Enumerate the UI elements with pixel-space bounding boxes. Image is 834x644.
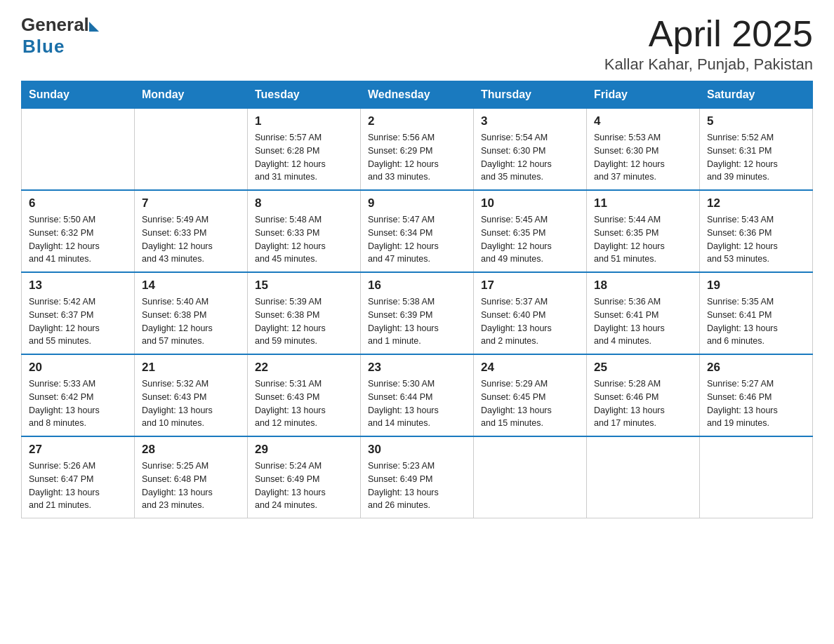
day-info: Sunrise: 5:29 AMSunset: 6:45 PMDaylight:…	[481, 377, 579, 430]
logo-arrow-icon	[89, 22, 99, 32]
title-block: April 2025 Kallar Kahar, Punjab, Pakista…	[604, 14, 813, 74]
calendar-cell-w4-d5: 24Sunrise: 5:29 AMSunset: 6:45 PMDayligh…	[474, 354, 587, 436]
day-number: 3	[481, 114, 579, 128]
day-info: Sunrise: 5:42 AMSunset: 6:37 PMDaylight:…	[29, 295, 127, 348]
calendar-cell-w5-d2: 28Sunrise: 5:25 AMSunset: 6:48 PMDayligh…	[135, 436, 248, 518]
day-number: 14	[142, 279, 240, 293]
day-number: 25	[594, 361, 692, 375]
day-info: Sunrise: 5:24 AMSunset: 6:49 PMDaylight:…	[255, 459, 353, 512]
day-number: 9	[368, 196, 466, 210]
calendar-cell-w1-d6: 4Sunrise: 5:53 AMSunset: 6:30 PMDaylight…	[587, 109, 700, 191]
calendar-cell-w2-d4: 9Sunrise: 5:47 AMSunset: 6:34 PMDaylight…	[361, 190, 474, 272]
header-saturday: Saturday	[700, 81, 813, 109]
day-number: 27	[29, 443, 127, 457]
day-info: Sunrise: 5:44 AMSunset: 6:35 PMDaylight:…	[594, 213, 692, 266]
day-info: Sunrise: 5:28 AMSunset: 6:46 PMDaylight:…	[594, 377, 692, 430]
calendar-cell-w3-d7: 19Sunrise: 5:35 AMSunset: 6:41 PMDayligh…	[700, 272, 813, 354]
day-number: 15	[255, 279, 353, 293]
calendar-cell-w1-d3: 1Sunrise: 5:57 AMSunset: 6:28 PMDaylight…	[248, 109, 361, 191]
day-info: Sunrise: 5:27 AMSunset: 6:46 PMDaylight:…	[707, 377, 805, 430]
header-thursday: Thursday	[474, 81, 587, 109]
day-info: Sunrise: 5:38 AMSunset: 6:39 PMDaylight:…	[368, 295, 466, 348]
calendar-cell-w2-d3: 8Sunrise: 5:48 AMSunset: 6:33 PMDaylight…	[248, 190, 361, 272]
day-info: Sunrise: 5:48 AMSunset: 6:33 PMDaylight:…	[255, 213, 353, 266]
day-info: Sunrise: 5:35 AMSunset: 6:41 PMDaylight:…	[707, 295, 805, 348]
day-info: Sunrise: 5:32 AMSunset: 6:43 PMDaylight:…	[142, 377, 240, 430]
day-info: Sunrise: 5:52 AMSunset: 6:31 PMDaylight:…	[707, 131, 805, 184]
calendar-cell-w3-d1: 13Sunrise: 5:42 AMSunset: 6:37 PMDayligh…	[22, 272, 135, 354]
day-info: Sunrise: 5:45 AMSunset: 6:35 PMDaylight:…	[481, 213, 579, 266]
page-header: General Blue April 2025 Kallar Kahar, Pu…	[21, 14, 813, 74]
calendar-cell-w5-d7	[700, 436, 813, 518]
calendar-cell-w3-d6: 18Sunrise: 5:36 AMSunset: 6:41 PMDayligh…	[587, 272, 700, 354]
logo-general-text: General	[21, 14, 89, 36]
day-number: 13	[29, 279, 127, 293]
day-number: 11	[594, 196, 692, 210]
day-info: Sunrise: 5:50 AMSunset: 6:32 PMDaylight:…	[29, 213, 127, 266]
day-info: Sunrise: 5:40 AMSunset: 6:38 PMDaylight:…	[142, 295, 240, 348]
header-friday: Friday	[587, 81, 700, 109]
day-number: 29	[255, 443, 353, 457]
day-number: 21	[142, 361, 240, 375]
day-number: 7	[142, 196, 240, 210]
day-info: Sunrise: 5:25 AMSunset: 6:48 PMDaylight:…	[142, 459, 240, 512]
week-row-5: 27Sunrise: 5:26 AMSunset: 6:47 PMDayligh…	[22, 436, 813, 518]
day-info: Sunrise: 5:53 AMSunset: 6:30 PMDaylight:…	[594, 131, 692, 184]
calendar-cell-w5-d5	[474, 436, 587, 518]
day-info: Sunrise: 5:36 AMSunset: 6:41 PMDaylight:…	[594, 295, 692, 348]
calendar-cell-w4-d2: 21Sunrise: 5:32 AMSunset: 6:43 PMDayligh…	[135, 354, 248, 436]
calendar-cell-w2-d5: 10Sunrise: 5:45 AMSunset: 6:35 PMDayligh…	[474, 190, 587, 272]
day-number: 26	[707, 361, 805, 375]
day-number: 2	[368, 114, 466, 128]
calendar-cell-w4-d3: 22Sunrise: 5:31 AMSunset: 6:43 PMDayligh…	[248, 354, 361, 436]
calendar-table: Sunday Monday Tuesday Wednesday Thursday…	[21, 81, 813, 518]
day-number: 23	[368, 361, 466, 375]
day-number: 1	[255, 114, 353, 128]
calendar-cell-w1-d7: 5Sunrise: 5:52 AMSunset: 6:31 PMDaylight…	[700, 109, 813, 191]
day-number: 8	[255, 196, 353, 210]
day-info: Sunrise: 5:23 AMSunset: 6:49 PMDaylight:…	[368, 459, 466, 512]
day-info: Sunrise: 5:47 AMSunset: 6:34 PMDaylight:…	[368, 213, 466, 266]
day-number: 10	[481, 196, 579, 210]
day-number: 12	[707, 196, 805, 210]
calendar-cell-w1-d1	[22, 109, 135, 191]
calendar-cell-w2-d6: 11Sunrise: 5:44 AMSunset: 6:35 PMDayligh…	[587, 190, 700, 272]
day-info: Sunrise: 5:43 AMSunset: 6:36 PMDaylight:…	[707, 213, 805, 266]
day-number: 17	[481, 279, 579, 293]
day-number: 24	[481, 361, 579, 375]
logo-blue-text: Blue	[22, 36, 65, 58]
day-number: 6	[29, 196, 127, 210]
week-row-2: 6Sunrise: 5:50 AMSunset: 6:32 PMDaylight…	[22, 190, 813, 272]
month-year-title: April 2025	[604, 14, 813, 54]
day-number: 30	[368, 443, 466, 457]
calendar-cell-w3-d5: 17Sunrise: 5:37 AMSunset: 6:40 PMDayligh…	[474, 272, 587, 354]
day-info: Sunrise: 5:33 AMSunset: 6:42 PMDaylight:…	[29, 377, 127, 430]
day-number: 19	[707, 279, 805, 293]
calendar-cell-w1-d5: 3Sunrise: 5:54 AMSunset: 6:30 PMDaylight…	[474, 109, 587, 191]
day-number: 22	[255, 361, 353, 375]
calendar-cell-w5-d1: 27Sunrise: 5:26 AMSunset: 6:47 PMDayligh…	[22, 436, 135, 518]
day-info: Sunrise: 5:26 AMSunset: 6:47 PMDaylight:…	[29, 459, 127, 512]
calendar-cell-w2-d2: 7Sunrise: 5:49 AMSunset: 6:33 PMDaylight…	[135, 190, 248, 272]
header-tuesday: Tuesday	[248, 81, 361, 109]
day-number: 5	[707, 114, 805, 128]
calendar-cell-w1-d4: 2Sunrise: 5:56 AMSunset: 6:29 PMDaylight…	[361, 109, 474, 191]
calendar-cell-w4-d6: 25Sunrise: 5:28 AMSunset: 6:46 PMDayligh…	[587, 354, 700, 436]
day-info: Sunrise: 5:57 AMSunset: 6:28 PMDaylight:…	[255, 131, 353, 184]
day-info: Sunrise: 5:39 AMSunset: 6:38 PMDaylight:…	[255, 295, 353, 348]
day-info: Sunrise: 5:56 AMSunset: 6:29 PMDaylight:…	[368, 131, 466, 184]
calendar-cell-w3-d3: 15Sunrise: 5:39 AMSunset: 6:38 PMDayligh…	[248, 272, 361, 354]
day-number: 28	[142, 443, 240, 457]
weekday-header-row: Sunday Monday Tuesday Wednesday Thursday…	[22, 81, 813, 109]
calendar-cell-w5-d3: 29Sunrise: 5:24 AMSunset: 6:49 PMDayligh…	[248, 436, 361, 518]
day-number: 4	[594, 114, 692, 128]
week-row-1: 1Sunrise: 5:57 AMSunset: 6:28 PMDaylight…	[22, 109, 813, 191]
day-info: Sunrise: 5:37 AMSunset: 6:40 PMDaylight:…	[481, 295, 579, 348]
calendar-cell-w4-d7: 26Sunrise: 5:27 AMSunset: 6:46 PMDayligh…	[700, 354, 813, 436]
calendar-cell-w4-d1: 20Sunrise: 5:33 AMSunset: 6:42 PMDayligh…	[22, 354, 135, 436]
day-info: Sunrise: 5:30 AMSunset: 6:44 PMDaylight:…	[368, 377, 466, 430]
week-row-4: 20Sunrise: 5:33 AMSunset: 6:42 PMDayligh…	[22, 354, 813, 436]
week-row-3: 13Sunrise: 5:42 AMSunset: 6:37 PMDayligh…	[22, 272, 813, 354]
day-info: Sunrise: 5:54 AMSunset: 6:30 PMDaylight:…	[481, 131, 579, 184]
header-wednesday: Wednesday	[361, 81, 474, 109]
